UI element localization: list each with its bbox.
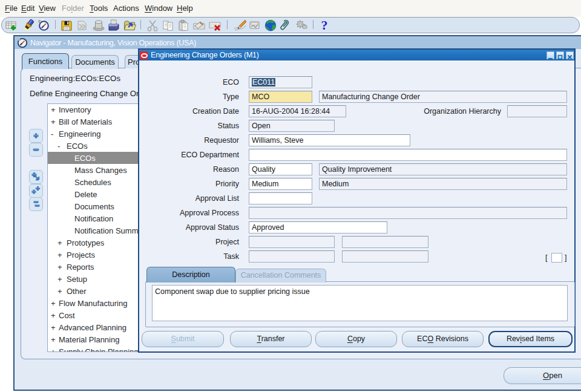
svg-text:?: ? [321,19,328,32]
